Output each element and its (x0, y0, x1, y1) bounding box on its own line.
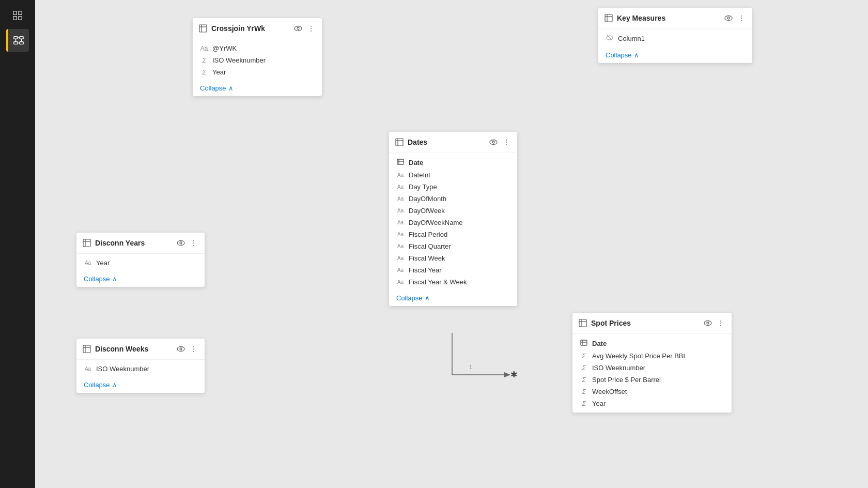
chevron-up-icon: ∧ (112, 381, 117, 389)
svg-rect-47 (579, 319, 586, 327)
spot-prices-card: Spot Prices ⋮ (572, 313, 732, 413)
text-icon: Aa (396, 220, 405, 225)
field-row-year-spot: Σ Year (572, 398, 732, 409)
crossjoin-collapse-btn[interactable]: Collapse ∧ (193, 81, 241, 96)
field-row-column1: Column1 (598, 32, 752, 45)
svg-rect-4 (13, 37, 17, 39)
svg-point-34 (180, 242, 182, 244)
text-icon: Aa (200, 45, 208, 52)
dates-more-btn[interactable]: ⋮ (502, 137, 511, 147)
key-measures-more-btn[interactable]: ⋮ (737, 13, 746, 23)
field-row-weekoffset: Σ WeekOffset (572, 386, 732, 398)
dates-header: Dates ⋮ (389, 132, 517, 153)
svg-point-38 (177, 347, 184, 352)
key-icon (580, 339, 588, 348)
sidebar-icon-model[interactable] (6, 29, 29, 52)
field-row-fiscal-period: Aa Fiscal Period (389, 228, 517, 240)
chevron-up-icon: ∧ (634, 51, 639, 59)
key-measures-body: Column1 (598, 29, 752, 48)
field-row-yrwk: Aa @YrWK (193, 42, 322, 54)
key-measures-collapse-btn[interactable]: Collapse ∧ (598, 48, 646, 63)
key-measures-header: Key Measures ⋮ (598, 8, 752, 29)
field-row-spot-price: Σ Spot Price $ Per Barrel (572, 374, 732, 386)
disconn-weeks-actions: ⋮ (176, 344, 198, 354)
key-measures-eye-btn[interactable] (723, 13, 734, 23)
crossjoin-eye-btn[interactable] (293, 23, 303, 34)
text-icon: Aa (396, 267, 405, 273)
field-row-day-type: Aa Day Type (389, 181, 517, 193)
crossjoin-actions: ⋮ (293, 23, 316, 34)
field-row-year-disconn: Aa Year (76, 257, 205, 269)
spot-prices-more-btn[interactable]: ⋮ (716, 318, 725, 328)
svg-rect-30 (83, 239, 90, 247)
disconn-weeks-collapse-btn[interactable]: Collapse ∧ (76, 378, 125, 393)
table-icon-dates (395, 138, 404, 146)
field-row-iso-wk: Σ ISO Weeknumber (193, 54, 322, 66)
disconn-weeks-collapse-label: Collapse (84, 381, 110, 389)
dates-collapse-btn[interactable]: Collapse ∧ (389, 291, 437, 306)
key-measures-card: Key Measures ⋮ Column (598, 8, 752, 63)
sidebar-icon-grid[interactable] (6, 4, 29, 27)
dates-actions: ⋮ (488, 137, 511, 147)
disconn-weeks-more-btn[interactable]: ⋮ (189, 344, 198, 354)
disconn-weeks-body: Aa ISO Weeknumber (76, 360, 205, 378)
spot-prices-eye-btn[interactable] (703, 318, 713, 328)
dates-card: Dates ⋮ (389, 132, 517, 306)
disconn-years-actions: ⋮ (176, 238, 198, 248)
canvas: 1 ✱ Crossjoin YrWk (35, 0, 868, 488)
disconn-weeks-header: Disconn Weeks ⋮ (76, 339, 205, 360)
field-row-avg-weekly: Σ Avg Weekly Spot Price Per BBL (572, 350, 732, 362)
dates-eye-btn[interactable] (488, 137, 499, 147)
field-row-iso-wk-spot: Σ ISO Weeknumber (572, 362, 732, 374)
crossjoin-collapse-label: Collapse (200, 84, 226, 92)
key-measures-title: Key Measures (617, 14, 719, 22)
svg-point-51 (707, 322, 709, 324)
svg-point-25 (490, 140, 497, 145)
field-row-fiscal-quarter: Aa Fiscal Quarter (389, 240, 517, 252)
table-icon-crossjoin (199, 24, 207, 33)
field-row-year-crossjoin: Σ Year (193, 66, 322, 78)
svg-text:1: 1 (469, 363, 473, 371)
sigma-icon: Σ (580, 376, 588, 384)
sigma-icon: Σ (200, 57, 208, 64)
text-icon: Aa (396, 279, 405, 285)
svg-point-39 (180, 348, 182, 350)
disconn-years-more-btn[interactable]: ⋮ (189, 238, 198, 248)
svg-text:✱: ✱ (510, 370, 517, 379)
table-icon-disconn-weeks (83, 345, 91, 353)
svg-rect-35 (83, 345, 90, 353)
disconn-years-body: Aa Year (76, 254, 205, 272)
field-row-iso-weeknumber-disconn: Aa ISO Weeknumber (76, 363, 205, 375)
disconn-weeks-title: Disconn Weeks (95, 345, 172, 353)
text-icon: Aa (396, 208, 405, 213)
disconn-weeks-eye-btn[interactable] (176, 344, 186, 354)
chevron-up-icon: ∧ (112, 275, 117, 283)
svg-point-26 (492, 141, 494, 143)
crossjoin-body: Aa @YrWK Σ ISO Weeknumber Σ Year (193, 39, 322, 81)
svg-point-43 (725, 16, 732, 21)
field-row-dayofweek: Aa DayOfWeek (389, 205, 517, 217)
dates-body: Date Aa DateInt Aa Day Type Aa DayOfMont… (389, 153, 517, 291)
field-row-dayofweekname: Aa DayOfWeekName (389, 217, 517, 228)
chevron-up-icon: ∧ (425, 294, 430, 302)
sigma-icon: Σ (580, 388, 588, 395)
crossjoin-more-btn[interactable]: ⋮ (306, 23, 316, 34)
disconn-years-collapse-btn[interactable]: Collapse ∧ (76, 272, 125, 287)
disconn-years-eye-btn[interactable] (176, 238, 186, 248)
sigma-icon: Σ (580, 364, 588, 372)
disconn-weeks-card: Disconn Weeks ⋮ Aa ISO Weeknumber Collap… (76, 339, 205, 393)
key-icon (396, 158, 405, 167)
table-icon-disconn-years (83, 239, 91, 247)
sigma-icon: Σ (580, 353, 588, 360)
key-measures-actions: ⋮ (723, 13, 746, 23)
crossjoin-yrwk-title: Crossjoin YrWk (211, 24, 289, 33)
svg-rect-6 (13, 42, 17, 44)
text-icon: Aa (396, 172, 405, 178)
field-row-date: Date (389, 156, 517, 169)
spot-prices-header: Spot Prices ⋮ (572, 313, 732, 334)
text-icon: Aa (396, 232, 405, 237)
svg-rect-3 (19, 17, 22, 20)
svg-point-21 (297, 27, 299, 29)
text-icon: Aa (396, 196, 405, 202)
table-icon-spot-prices (579, 319, 587, 327)
